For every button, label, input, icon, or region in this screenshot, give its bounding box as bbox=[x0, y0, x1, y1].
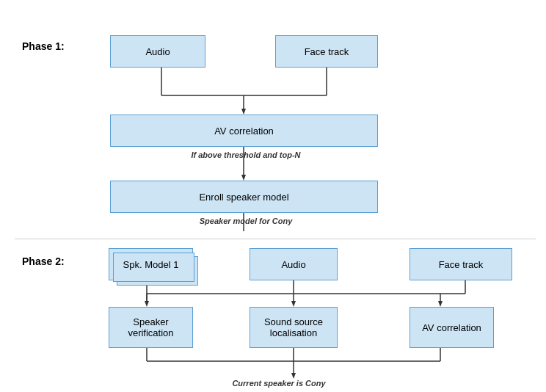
svg-marker-26 bbox=[291, 373, 296, 379]
phase2-label: Phase 2: bbox=[22, 255, 65, 267]
phase2-spk-model-box: Spk. Model 1 bbox=[109, 248, 193, 280]
phase2-audio-box: Audio bbox=[250, 248, 338, 280]
phase1-audio-box: Audio bbox=[110, 35, 205, 68]
svg-marker-18 bbox=[438, 301, 443, 307]
phase2-current-annotation: Current speaker is Cony bbox=[183, 379, 374, 388]
svg-marker-4 bbox=[241, 109, 246, 115]
phase2-av-correlation-box: AV correlation bbox=[410, 307, 494, 348]
svg-marker-15 bbox=[291, 301, 296, 307]
phase2-sound-source-box: Sound source localisation bbox=[250, 307, 338, 348]
divider bbox=[15, 239, 536, 239]
phase1-face-track-box: Face track bbox=[275, 35, 378, 68]
phase1-av-correlation-box: AV correlation bbox=[110, 115, 378, 147]
phase1-model-annotation: Speaker model for Cony bbox=[139, 217, 352, 225]
phase2-speaker-verification-box: Speaker verification bbox=[109, 307, 193, 348]
diagram: Phase 1: Audio Face track AV correlation… bbox=[0, 0, 546, 392]
phase1-threshold-annotation: If above threshold and top-N bbox=[139, 150, 352, 159]
phase1-enroll-box: Enroll speaker model bbox=[110, 181, 378, 213]
phase2-face-track-box: Face track bbox=[410, 248, 512, 280]
phase1-label: Phase 1: bbox=[22, 40, 65, 52]
svg-marker-10 bbox=[145, 301, 149, 307]
svg-marker-7 bbox=[241, 175, 246, 181]
